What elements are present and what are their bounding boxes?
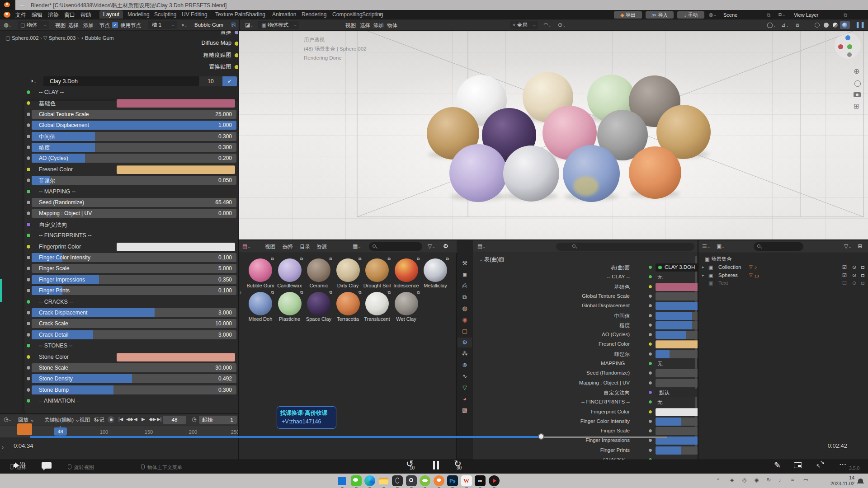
nodegroup-datablock-icon[interactable]: ◑⌄ [30,77,37,84]
topbar-menu-渲染[interactable]: 渲染 [48,11,59,19]
panel-collapse-header[interactable]: ⌄ 表(曲)面 [479,256,504,263]
asset-thumb-Iridescence[interactable]: ⧉ [395,258,418,282]
properties-tab-physics[interactable]: ⊚ [458,360,472,370]
properties-tab-modifiers[interactable]: ⚙ [458,338,472,347]
properties-tab-object-data[interactable]: ▽ [458,383,472,393]
shading-wireframe-icon[interactable] [815,23,820,28]
properties-tab-scene[interactable]: ◍ [458,304,472,314]
node-param-slider-Finger Scale[interactable]: Finger Scale5.000 [32,264,236,273]
play-reverse-button[interactable]: ◀ [134,417,137,422]
tray-icon-chat[interactable]: ◉ [755,477,759,483]
taskbar-app-photoshop[interactable]: Ps [447,475,458,486]
prop-socket-10[interactable] [648,361,652,366]
asset-thumb-Plasticine[interactable]: ⧉ [278,292,302,315]
node-param-slider-Crack Detail[interactable]: Crack Detail3.000 [32,330,236,339]
asset-menu-选择[interactable]: 选择 [283,244,293,250]
shader-menu-选择[interactable]: 选择 [68,22,79,29]
outliner-editor-icon[interactable]: ☰⌄ [702,243,710,249]
node-param-slider-糙度[interactable]: 糙度0.300 [32,143,236,152]
workspace-tab-Sculpting[interactable]: Sculpting [151,10,180,19]
display-mode-icon[interactable]: ▣⌄ [717,243,725,249]
auto-keying-button[interactable] [108,416,114,423]
display-size-icon[interactable]: ▦⌄ [353,243,361,249]
taskbar-app-blender[interactable] [434,475,444,486]
expand-arrow-icon[interactable]: ▸ [702,273,704,277]
play-button[interactable]: ▶ [142,417,145,422]
socket-Global Texture Scale[interactable] [26,112,31,117]
timeline-editor-icon[interactable]: ◷⌄ [4,416,12,422]
prop-socket-11[interactable] [648,371,652,375]
prop-socket-4[interactable] [648,304,652,308]
node-param-slider-菲涅尔[interactable]: 菲涅尔0.050 [32,176,236,185]
prop-slider-AO (Cycles)[interactable]: 0.200 [656,331,698,339]
topbar-menu-帮助[interactable]: 帮助 [80,11,91,19]
tray-icon-user[interactable]: ◎ [742,477,747,483]
prop-slider-糙度[interactable]: 0.300 [656,321,698,329]
new-collection-icon[interactable]: ⊞ [858,243,862,249]
seek-handle[interactable] [538,433,544,440]
prop-socket-12[interactable] [648,381,652,385]
taskbar-app-wechat[interactable] [351,475,362,486]
orange-cracked-ball[interactable] [629,146,681,199]
prop-slider-Finger Color Intensity[interactable]: 0.100 [656,418,698,426]
outliner-search-field[interactable] [754,242,803,251]
socket--- CLAY --[interactable] [26,90,31,94]
properties-search-field[interactable] [556,243,694,251]
prev-keyframe-button[interactable]: ◀◆ [126,417,133,422]
overlays-icon[interactable]: ◯⌄ [767,22,776,28]
workspace-tab-Animation[interactable]: Animation [269,10,300,19]
workspace-tab-UV Editing[interactable]: UV Editing [178,10,211,19]
export-button[interactable]: ◆ 导出 [614,11,642,19]
node-param-slider-AO (Cycles)[interactable]: AO (Cycles)0.200 [32,154,236,163]
3d-viewport[interactable]: 用户透视 (48) 场景集合 | Sphere.002 Rendering Do… [239,31,868,239]
camera-view-icon[interactable] [854,92,861,97]
socket-Stone Color[interactable] [26,355,31,359]
taskbar-app-edge[interactable] [364,475,375,486]
node-group-users-button[interactable]: 10 [199,76,222,86]
visibility-checkbox[interactable]: ☑ [842,264,847,270]
pip-icon[interactable] [794,462,802,468]
color-swatch-Stone Color[interactable] [117,353,235,361]
copy-icon[interactable]: ⧉ [767,11,770,19]
asset-thumb-Ceramic[interactable]: ⧉ [307,258,330,282]
asset-thumb-Mixed Doh[interactable]: ⧉ [249,292,272,315]
taskbar-app-start[interactable] [337,475,348,486]
socket-Stone Bump[interactable] [26,388,31,392]
keyframe-block[interactable] [17,423,32,435]
socket-中间值[interactable] [26,134,31,139]
prop-socket-16[interactable] [648,419,652,423]
chrome-clay-ball[interactable] [503,145,559,202]
timeline-menu-回放[interactable]: 回放 ⌄ [18,417,34,423]
topbar-menu-文件[interactable]: 文件 [15,11,26,19]
back-arrow-icon[interactable]: ← [19,0,26,8]
color-swatch-Fingerprint Color[interactable] [117,243,235,251]
tray-chevron-icon[interactable]: ⌃ [716,478,720,483]
tray-icon-input-method[interactable]: ⌗ [791,477,794,483]
node-param-slider-Finger Color Intensity[interactable]: Finger Color Intensity0.100 [32,253,236,262]
taskbar-app-browser-360[interactable] [420,475,430,486]
viewport-menu-物体[interactable]: 物体 [387,22,397,29]
node-param-slider-Seed (Randomize)[interactable]: Seed (Randomize)65.490 [32,198,236,207]
asset-thumb-Dirty Clay[interactable]: ⧉ [336,258,360,282]
prop-slider-中间值[interactable]: 0.300 [656,312,698,320]
viewport-menu-视图[interactable]: 视图 [345,22,356,29]
move-view-icon[interactable] [854,80,861,87]
prop-socket-5[interactable] [648,314,652,318]
prop-socket-13[interactable] [648,390,652,394]
socket-Fresnel Color[interactable] [26,167,31,172]
ortho-toggle-icon[interactable]: ⊞ [854,102,859,110]
hide-eye-icon[interactable]: ⊙ [852,272,856,278]
prop-socket-18[interactable] [648,438,652,442]
taskbar-app-mouse-tool[interactable] [392,475,403,486]
jump-end-button[interactable]: ▶| [157,417,161,422]
visibility-checkbox[interactable]: ☑ [842,272,847,278]
asset-thumb-Metalliclay[interactable]: ⧉ [424,258,447,282]
notification-bell-icon[interactable] [858,479,863,483]
expand-region-icon[interactable]: › [2,444,4,450]
proportional-edit-icon[interactable]: ⊙⌄ [558,22,566,28]
socket-Finger Color Intensity[interactable] [26,255,31,260]
socket--- MAPPING --[interactable] [26,189,31,194]
shading-solid-icon[interactable] [824,23,829,28]
node-param-slider-Stone Density[interactable]: Stone Density0.492 [32,374,236,383]
prop-select-表(曲)面[interactable]: CLAY 3.DOH [656,263,698,272]
